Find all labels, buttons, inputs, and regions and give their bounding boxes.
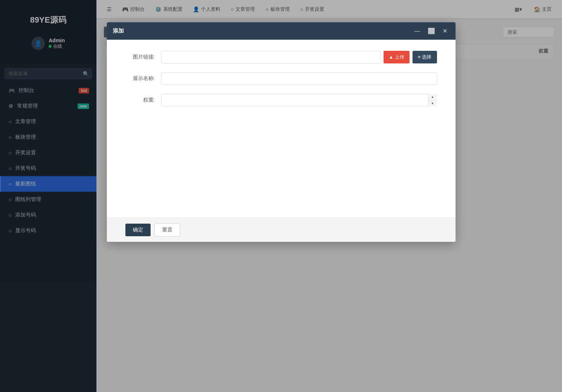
image-url-field[interactable]: [161, 51, 381, 63]
modal-footer: 确定 重置: [107, 218, 456, 242]
number-spin: ▲ ▼: [428, 94, 437, 106]
weight-label: 权重:: [125, 97, 155, 103]
image-url-row: 图片链接: ▲ 上传 ≡ 选择: [125, 51, 437, 63]
modal-title: 添加: [113, 27, 124, 34]
add-modal: 添加 — ⬜ ✕ 图片链接: ▲ 上传 ≡ 选择: [107, 22, 456, 242]
upload-button[interactable]: ▲ 上传: [384, 51, 410, 63]
confirm-button[interactable]: 确定: [125, 224, 151, 236]
modal-controls: — ⬜ ✕: [412, 27, 450, 35]
modal-overlay: 添加 — ⬜ ✕ 图片链接: ▲ 上传 ≡ 选择: [96, 19, 562, 392]
weight-field[interactable]: [161, 94, 437, 106]
main-content: ☰ 🎮 控制台 ⚙️ 系统配置 👤 个人资料 ○ 文章管理 ○ 板块管理 ○ 开…: [96, 0, 562, 392]
modal-minimize-button[interactable]: —: [412, 27, 423, 35]
spin-down-button[interactable]: ▼: [428, 101, 437, 107]
spin-up-button[interactable]: ▲: [428, 94, 437, 101]
select-button[interactable]: ≡ 选择: [413, 51, 437, 63]
modal-body: 图片链接: ▲ 上传 ≡ 选择 展示名称: 权重:: [107, 40, 456, 218]
weight-row: 权重: ▲ ▼: [125, 94, 437, 106]
weight-input-wrap: ▲ ▼: [161, 94, 437, 106]
reset-button[interactable]: 重置: [154, 223, 180, 237]
modal-header: 添加 — ⬜ ✕: [107, 22, 456, 40]
display-name-label: 展示名称:: [125, 75, 155, 82]
modal-close-button[interactable]: ✕: [440, 27, 450, 35]
display-name-field[interactable]: [161, 72, 437, 85]
display-name-row: 展示名称:: [125, 72, 437, 85]
image-url-input-wrap: ▲ 上传 ≡ 选择: [161, 51, 437, 63]
image-url-label: 图片链接:: [125, 54, 155, 60]
content-area: ↻ + 添加 ✎ 编辑 🗑 删除 ⚙ 更多 图片链接 图片链接 权重 添加: [96, 19, 562, 392]
modal-maximize-button[interactable]: ⬜: [425, 27, 437, 35]
